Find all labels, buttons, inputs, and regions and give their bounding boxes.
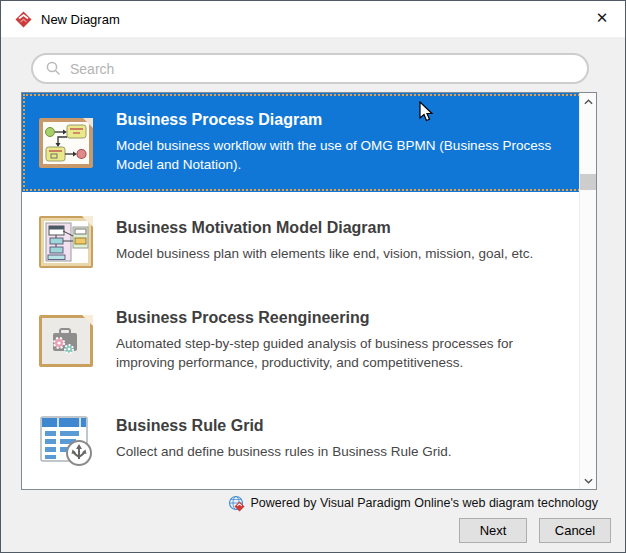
list-item-business-motivation-model-diagram[interactable]: Business Motivation Model Diagram Model … [22, 192, 596, 291]
diagram-type-list: Business Process Diagram Model business … [21, 92, 597, 490]
list-item-title: Business Process Reengineering [116, 309, 566, 327]
list-item-title: Business Motivation Model Diagram [116, 219, 566, 237]
next-button[interactable]: Next [459, 518, 527, 543]
list-item-description: Model business plan with elements like e… [116, 244, 566, 263]
list-item-text: Business Rule Grid Collect and define bu… [116, 417, 566, 461]
visual-paradigm-online-globe-icon [228, 495, 245, 512]
business-motivation-model-icon [38, 214, 94, 270]
search-input[interactable] [70, 61, 575, 77]
list-item-business-process-diagram[interactable]: Business Process Diagram Model business … [22, 93, 596, 192]
scroll-up-button[interactable] [580, 93, 597, 110]
bpmn-diagram-icon [38, 115, 94, 171]
scroll-down-button[interactable] [580, 472, 597, 489]
list-item-text: Business Process Diagram Model business … [116, 111, 566, 174]
new-diagram-dialog: New Diagram ✕ [0, 0, 626, 553]
vertical-scrollbar[interactable] [579, 93, 596, 489]
list-item-description: Collect and define business rules in Bus… [116, 442, 566, 461]
list-item-text: Business Motivation Model Diagram Model … [116, 219, 566, 263]
close-button[interactable]: ✕ [579, 1, 625, 35]
dialog-title: New Diagram [41, 12, 120, 27]
cancel-button[interactable]: Cancel [539, 518, 611, 543]
list-item-title: Business Process Diagram [116, 111, 566, 129]
scrollbar-thumb[interactable] [580, 174, 596, 190]
powered-by-note: Powered by Visual Paradigm Online's web … [228, 494, 599, 512]
powered-by-text: Powered by Visual Paradigm Online's web … [251, 496, 599, 510]
list-item-business-process-reengineering[interactable]: Business Process Reengineering Automated… [22, 291, 596, 390]
search-icon [46, 61, 61, 76]
business-process-reengineering-icon [38, 313, 94, 369]
list-item-business-rule-grid[interactable]: Business Rule Grid Collect and define bu… [22, 390, 596, 489]
list-item-text: Business Process Reengineering Automated… [116, 309, 566, 372]
search-box[interactable] [31, 53, 589, 84]
chevron-down-icon [584, 478, 593, 484]
business-rule-grid-icon [38, 412, 94, 468]
list-item-title: Business Rule Grid [116, 417, 566, 435]
list-item-description: Automated step-by-step guided analysis o… [116, 334, 566, 372]
list-item-description: Model business workflow with the use of … [116, 136, 566, 174]
visual-paradigm-logo-icon [15, 11, 32, 28]
chevron-up-icon [584, 99, 593, 105]
title-bar: New Diagram ✕ [1, 1, 625, 37]
